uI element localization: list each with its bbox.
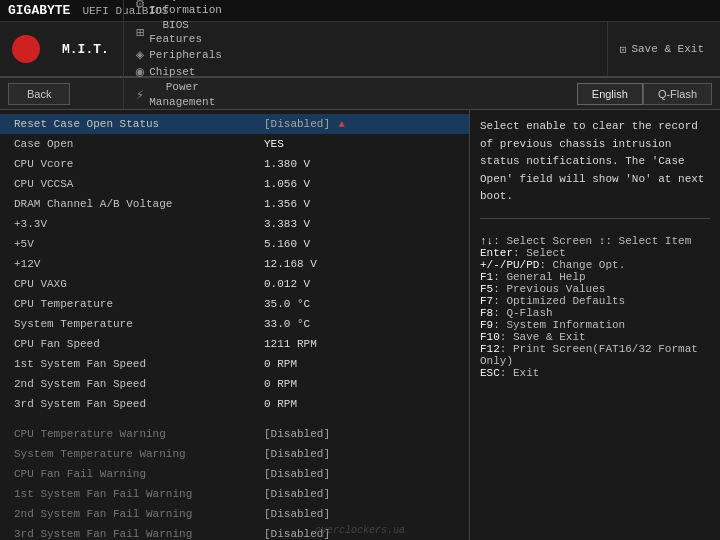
shortcut-line: F7: Optimized Defaults bbox=[480, 295, 710, 307]
nav-icon-peripherals: ◈ bbox=[136, 46, 144, 63]
setting-row[interactable]: +12V 12.168 V bbox=[0, 254, 469, 274]
setting-value: [Disabled] bbox=[254, 488, 459, 500]
setting-row[interactable]: CPU VCCSA 1.056 V bbox=[0, 174, 469, 194]
brand-label: GIGABYTE bbox=[8, 3, 70, 18]
nav-icon-chipset: ◉ bbox=[136, 63, 144, 80]
setting-value: 12.168 V bbox=[254, 258, 459, 270]
shortcut-desc: : Exit bbox=[500, 367, 540, 379]
shortcut-key: ESC bbox=[480, 367, 500, 379]
setting-row[interactable]: 2nd System Fan Fail Warning [Disabled] bbox=[0, 504, 469, 524]
setting-value: YES bbox=[254, 138, 459, 150]
setting-label: System Temperature bbox=[14, 318, 254, 330]
setting-value: [Disabled] bbox=[254, 428, 459, 440]
language-button[interactable]: English bbox=[577, 83, 643, 105]
shortcut-line: F5: Previous Values bbox=[480, 283, 710, 295]
setting-label: CPU Fan Speed bbox=[14, 338, 254, 350]
setting-value: 1.356 V bbox=[254, 198, 459, 210]
setting-label: CPU VAXG bbox=[14, 278, 254, 290]
nav-label-peripherals: Peripherals bbox=[149, 48, 222, 62]
setting-row[interactable]: DRAM Channel A/B Voltage 1.356 V bbox=[0, 194, 469, 214]
setting-label: Case Open bbox=[14, 138, 254, 150]
settings-panel: Reset Case Open Status [Disabled] ▲Case … bbox=[0, 110, 470, 540]
shortcut-desc: : Save & Exit bbox=[500, 331, 586, 343]
setting-label: 2nd System Fan Speed bbox=[14, 378, 254, 390]
nav-icon-bios-features: ⊞ bbox=[136, 24, 144, 41]
nav-save-exit[interactable]: ⊡ Save & Exit bbox=[607, 22, 716, 76]
shortcut-key: F5 bbox=[480, 283, 493, 295]
shortcut-desc: : Q-Flash bbox=[493, 307, 552, 319]
setting-row[interactable]: +3.3V 3.383 V bbox=[0, 214, 469, 234]
shortcut-desc: : Select Screen ↕: Select Item bbox=[493, 235, 691, 247]
setting-label: System Temperature Warning bbox=[14, 448, 254, 460]
setting-row[interactable]: 2nd System Fan Speed 0 RPM bbox=[0, 374, 469, 394]
setting-value: [Disabled] bbox=[254, 448, 459, 460]
shortcut-key: F10 bbox=[480, 331, 500, 343]
secondbar: Back English Q-Flash bbox=[0, 78, 720, 110]
shortcut-line: F10: Save & Exit bbox=[480, 331, 710, 343]
shortcut-line: ESC: Exit bbox=[480, 367, 710, 379]
shortcut-key: ↑↓ bbox=[480, 235, 493, 247]
setting-row[interactable]: CPU Vcore 1.380 V bbox=[0, 154, 469, 174]
setting-value: 1.056 V bbox=[254, 178, 459, 190]
shortcut-desc: : Select bbox=[513, 247, 566, 259]
setting-label: +5V bbox=[14, 238, 254, 250]
setting-label: 2nd System Fan Fail Warning bbox=[14, 508, 254, 520]
qflash-button[interactable]: Q-Flash bbox=[643, 83, 712, 105]
setting-row[interactable]: CPU Fan Fail Warning [Disabled] bbox=[0, 464, 469, 484]
shortcut-key: F9 bbox=[480, 319, 493, 331]
setting-row[interactable]: CPU VAXG 0.012 V bbox=[0, 274, 469, 294]
nav-item-mit[interactable]: M.I.T. bbox=[48, 22, 123, 76]
shortcut-desc: : Change Opt. bbox=[539, 259, 625, 271]
shortcut-line: F8: Q-Flash bbox=[480, 307, 710, 319]
setting-value: [Disabled] bbox=[254, 508, 459, 520]
spacer-row bbox=[0, 414, 469, 424]
setting-row[interactable]: 1st System Fan Fail Warning [Disabled] bbox=[0, 484, 469, 504]
setting-row[interactable]: CPU Fan Speed 1211 RPM bbox=[0, 334, 469, 354]
setting-label: CPU Temperature bbox=[14, 298, 254, 310]
setting-row[interactable]: System Temperature 33.0 °C bbox=[0, 314, 469, 334]
setting-value: 0.012 V bbox=[254, 278, 459, 290]
setting-value: 3.383 V bbox=[254, 218, 459, 230]
nav-label-system-info: SystemInformation bbox=[149, 0, 222, 18]
setting-row[interactable]: CPU Temperature 35.0 °C bbox=[0, 294, 469, 314]
setting-row[interactable]: +5V 5.160 V bbox=[0, 234, 469, 254]
setting-label: CPU VCCSA bbox=[14, 178, 254, 190]
scroll-indicator: ▲ bbox=[339, 119, 345, 130]
back-button[interactable]: Back bbox=[8, 83, 70, 105]
shortcut-line: Enter: Select bbox=[480, 247, 710, 259]
setting-value: 33.0 °C bbox=[254, 318, 459, 330]
setting-value: 0 RPM bbox=[254, 358, 459, 370]
shortcut-key: F1 bbox=[480, 271, 493, 283]
setting-row[interactable]: CPU Temperature Warning [Disabled] bbox=[0, 424, 469, 444]
nav-item-power-mgmt[interactable]: ⚡ PowerManagement bbox=[123, 80, 234, 109]
shortcut-line: +/-/PU/PD: Change Opt. bbox=[480, 259, 710, 271]
main-content: Reset Case Open Status [Disabled] ▲Case … bbox=[0, 110, 720, 540]
setting-label: +3.3V bbox=[14, 218, 254, 230]
shortcut-key: F7 bbox=[480, 295, 493, 307]
nav-item-system-info[interactable]: ⚙ SystemInformation bbox=[123, 0, 234, 18]
setting-label: 3rd System Fan Speed bbox=[14, 398, 254, 410]
shortcut-line: F12: Print Screen(FAT16/32 Format Only) bbox=[480, 343, 710, 367]
setting-row[interactable]: System Temperature Warning [Disabled] bbox=[0, 444, 469, 464]
nav-icon-power-mgmt: ⚡ bbox=[136, 86, 144, 103]
setting-label: 1st System Fan Fail Warning bbox=[14, 488, 254, 500]
setting-row[interactable]: Case Open YES bbox=[0, 134, 469, 154]
shortcuts-list: ↑↓: Select Screen ↕: Select ItemEnter: S… bbox=[480, 235, 710, 379]
setting-row[interactable]: Reset Case Open Status [Disabled] ▲ bbox=[0, 114, 469, 134]
setting-row[interactable]: 3rd System Fan Speed 0 RPM bbox=[0, 394, 469, 414]
setting-label: 1st System Fan Speed bbox=[14, 358, 254, 370]
nav-label-power-mgmt: PowerManagement bbox=[149, 80, 215, 109]
topbar: GIGABYTE UEFI DualBIOS bbox=[0, 0, 720, 22]
setting-row[interactable]: 1st System Fan Speed 0 RPM bbox=[0, 354, 469, 374]
save-icon: ⊡ bbox=[620, 43, 627, 56]
shortcut-key: +/-/PU/PD bbox=[480, 259, 539, 271]
setting-value: 1211 RPM bbox=[254, 338, 459, 350]
nav-item-peripherals[interactable]: ◈ Peripherals bbox=[123, 46, 234, 63]
nav-item-chipset[interactable]: ◉ Chipset bbox=[123, 63, 234, 80]
shortcut-key: F12 bbox=[480, 343, 500, 355]
setting-label: CPU Vcore bbox=[14, 158, 254, 170]
setting-value: [Disabled] ▲ bbox=[254, 118, 459, 130]
settings-list: Reset Case Open Status [Disabled] ▲Case … bbox=[0, 114, 469, 540]
shortcut-desc: : Print Screen(FAT16/32 Format Only) bbox=[480, 343, 698, 367]
nav-item-bios-features[interactable]: ⊞ BIOSFeatures bbox=[123, 18, 234, 47]
